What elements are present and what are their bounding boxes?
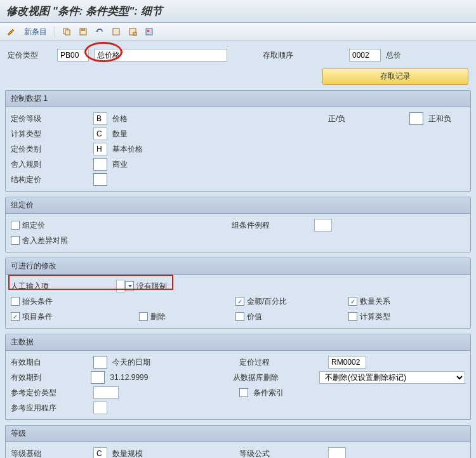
pos-neg-input[interactable] [409,112,423,125]
panel-changes: 可进行的修改 人工输入项 没有限制 抬头条件 ✓ 金额/百分比 ✓ 数量关系 ✓… [5,258,471,329]
group-cond-routine-input[interactable] [314,219,332,232]
pricing-cat-label: 定价类别 [11,144,93,155]
header-cond-checkbox[interactable] [11,297,20,306]
value-checkbox[interactable] [235,312,244,321]
pricing-type-input[interactable] [57,49,89,62]
access-seq-input[interactable] [349,49,381,62]
new-entry-button[interactable]: 新条目 [22,27,50,37]
config-icon[interactable] [143,25,155,38]
valid-to-desc: 31.12.9999 [110,373,148,382]
scale-basis-desc: 数量规模 [112,448,143,459]
valid-to-label: 有效期到 [11,372,91,383]
item-cond-label: 项目条件 [22,311,139,322]
scale-basis-label: 等级基础 [11,448,93,459]
pricing-type-label: 定价类型 [8,50,52,61]
amount-pct-label: 金额/百分比 [247,296,348,307]
ref-cond-type-label: 参考定价类型 [11,388,93,398]
toolbar: 新条目 [0,23,476,41]
manual-entry-label: 人工输入项 [11,281,116,292]
valid-from-desc: 今天的日期 [112,357,150,368]
select-all-icon[interactable] [110,25,122,38]
rounding-desc: 商业 [112,159,128,170]
ref-app-label: 参考应用程序 [11,403,93,414]
qty-rel-checkbox[interactable]: ✓ [348,297,357,306]
svg-rect-3 [81,29,85,31]
valid-from-input[interactable] [93,356,107,369]
calc-type-desc: 数量 [112,129,128,140]
calc-type-input[interactable] [93,128,107,140]
access-records-button[interactable]: 存取记录 [322,68,468,85]
pricing-level-desc: 价格 [112,114,128,124]
separator [55,26,55,37]
rounding-label: 舍入规则 [11,159,93,170]
calc-type-label: 计算类型 [11,129,93,140]
manual-entry-input[interactable] [116,280,125,292]
rounding-input[interactable] [93,158,107,171]
svg-rect-1 [65,30,70,35]
cond-index-label: 条件索引 [253,388,284,398]
scale-formula-input[interactable] [328,447,346,458]
edit-icon[interactable] [5,25,18,38]
pricing-level-input[interactable] [93,112,107,125]
panel-scales: 等级 等级基础 数量规模 等级公式 检查值 没有 计量单位 [5,425,471,458]
cond-index-checkbox[interactable] [239,388,248,397]
svg-rect-5 [114,30,118,34]
panel-header: 主数据 [6,334,470,351]
item-cond-checkbox[interactable]: ✓ [11,312,20,321]
delete-db-select[interactable]: 不删除(仅设置删除标记) [319,371,465,384]
pricing-proc-label: 定价过程 [239,357,328,368]
deselect-icon[interactable] [126,25,139,38]
svg-rect-7 [133,32,136,36]
scale-basis-input[interactable] [93,447,107,458]
pricing-proc-input[interactable] [328,356,366,369]
valid-from-label: 有效期自 [11,357,93,368]
access-seq-label: 存取顺序 [263,50,307,61]
panel-group-pricing: 组定价 组定价 组条件例程 舍入差异对照 [5,197,471,252]
page-title: 修改视图 "条件: 条件类型": 细节 [0,0,476,23]
pricing-level-label: 定价等级 [11,114,93,124]
svg-rect-9 [147,30,149,32]
undo-icon[interactable] [93,25,106,38]
rounding-diff-label: 舍入差异对照 [22,235,68,246]
delete-label: 删除 [150,311,235,322]
header-cond-label: 抬头条件 [22,296,235,307]
f4-help-icon[interactable] [125,281,134,291]
panel-header: 控制数据 1 [6,91,470,107]
pricing-cat-desc: 基本价格 [112,144,143,155]
qty-rel-label: 数量关系 [360,296,390,307]
calc-type-label: 计算类型 [360,311,390,322]
panel-control-data-1: 控制数据 1 定价等级 价格 正/负正和负 计算类型 数量 定价类别 基本价格 … [5,90,471,192]
panel-header: 等级 [6,426,470,442]
manual-entry-desc: 没有限制 [136,281,167,292]
delete-db-label: 从数据库删除 [233,372,319,383]
amount-pct-checkbox[interactable]: ✓ [235,297,244,306]
pricing-cat-input[interactable] [93,143,107,155]
pos-neg-label: 正/负 [328,114,373,124]
access-seq-desc: 总价 [386,50,401,61]
save-icon[interactable] [77,25,89,38]
group-pricing-checkbox[interactable] [11,221,20,230]
ref-cond-type-input[interactable] [93,386,119,399]
pos-neg-desc: 正和负 [428,114,451,124]
panel-header: 组定价 [6,197,470,214]
rounding-diff-checkbox[interactable] [11,236,20,245]
group-cond-routine-label: 组条件例程 [232,220,314,231]
struct-input[interactable] [93,173,107,186]
calc-type-checkbox[interactable] [348,312,357,321]
ref-app-input[interactable] [93,402,107,414]
pricing-type-desc[interactable] [94,49,227,62]
group-pricing-label: 组定价 [22,220,232,231]
scale-formula-label: 等级公式 [239,448,328,459]
delete-checkbox[interactable] [139,312,148,321]
panel-header: 可进行的修改 [6,258,470,275]
valid-to-input[interactable] [91,371,105,384]
panel-master-data: 主数据 有效期自 今天的日期 定价过程 有效期到 31.12.9999 从数据库… [5,334,471,420]
copy-icon[interactable] [60,25,73,38]
value-label: 价值 [247,311,348,322]
struct-label: 结构定价 [11,174,93,185]
